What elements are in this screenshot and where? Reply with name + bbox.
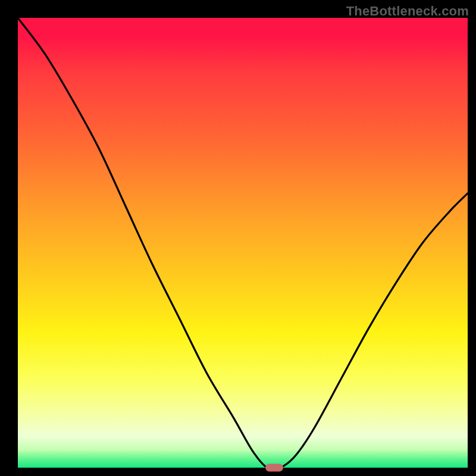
watermark-text: TheBottleneck.com xyxy=(346,4,469,19)
curve-svg xyxy=(18,18,468,468)
bottleneck-curve xyxy=(18,18,468,468)
plot-area xyxy=(18,18,468,468)
optimal-point-marker xyxy=(265,464,283,472)
chart-frame: TheBottleneck.com xyxy=(0,0,476,476)
